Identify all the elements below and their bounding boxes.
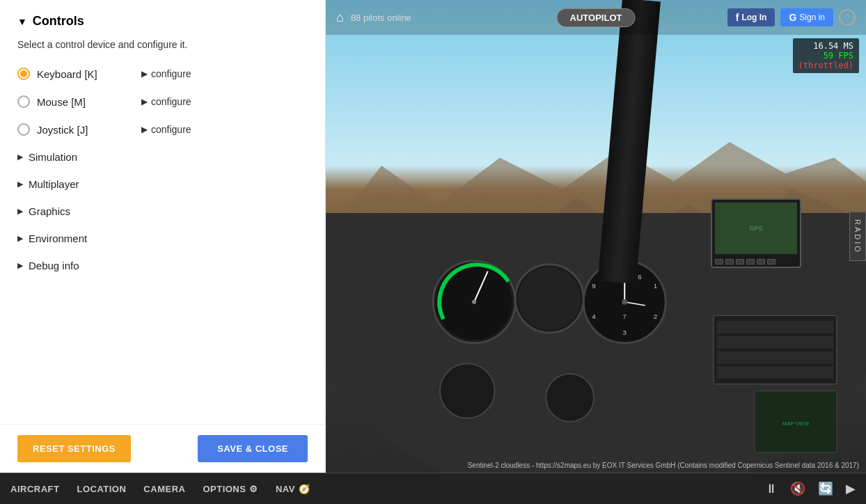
mouse-configure-label: configure [151, 96, 191, 107]
joystick-device-row: Joystick [J] ▶ configure [17, 123, 308, 136]
performance-stats: 16.54 MS 59 FPS (throttled) [793, 38, 859, 73]
top-bar-left: ⌂ 88 pilots online [336, 10, 411, 25]
nav-item-camera[interactable]: CAMERA [143, 484, 185, 494]
gps-btn-1[interactable] [715, 259, 723, 265]
gps-buttons-area [712, 257, 800, 267]
help-button[interactable]: ? [839, 9, 856, 26]
svg-rect-29 [717, 366, 833, 379]
svg-point-24 [546, 374, 594, 422]
home-icon[interactable]: ⌂ [336, 10, 344, 25]
mute-button[interactable]: 🔇 [790, 481, 805, 496]
google-signin-label: Sign in [799, 13, 825, 22]
mouse-device-row: Mouse [M] ▶ configure [17, 95, 308, 108]
debug-label: Debug info [29, 260, 79, 271]
svg-text:1: 1 [654, 282, 657, 290]
top-bar-right: f Log In G Sign in ? [727, 8, 856, 26]
mouse-radio[interactable] [17, 95, 30, 108]
graphics-label: Graphics [29, 205, 70, 217]
gps-btn-2[interactable] [725, 259, 734, 265]
gps-screen-content: GPS [749, 225, 762, 232]
svg-text:7: 7 [623, 313, 627, 320]
left-content: ▼ Controls Select a control device and c… [0, 0, 325, 424]
svg-point-22 [622, 299, 627, 304]
keyboard-configure-label: configure [151, 68, 191, 79]
sidebar-item-debug[interactable]: ▶ Debug info [17, 260, 308, 271]
main-area: ▼ Controls Select a control device and c… [0, 0, 866, 473]
sidebar-item-multiplayer[interactable]: ▶ Multiplayer [17, 178, 308, 190]
left-panel: ▼ Controls Select a control device and c… [0, 0, 326, 473]
controls-section-header[interactable]: ▼ Controls [17, 14, 308, 29]
mouse-label: Mouse [M] [37, 96, 134, 108]
gps-btn-3[interactable] [736, 259, 744, 265]
gps-device: GPS [711, 198, 801, 268]
svg-rect-28 [717, 351, 833, 363]
multiplayer-arrow: ▶ [17, 180, 23, 189]
svg-rect-26 [717, 321, 833, 333]
keyboard-configure-btn[interactable]: ▶ configure [141, 68, 191, 79]
play-button[interactable]: ▶ [846, 481, 856, 496]
facebook-login-button[interactable]: f Log In [727, 8, 776, 26]
nav-controls: ⏸ 🔇 🔄 ▶ [765, 481, 856, 496]
controls-collapse-arrow: ▼ [17, 16, 27, 27]
sidebar-item-environment[interactable]: ▶ Environment [17, 233, 308, 244]
sidebar-item-simulation[interactable]: ▶ Simulation [17, 151, 308, 163]
sim-view-panel: 5 1 2 3 4 9 8 6 7 [326, 0, 866, 473]
top-bar: ⌂ 88 pilots online AUTOPILOT f Log In G … [326, 0, 866, 35]
facebook-login-label: Log In [741, 13, 766, 22]
svg-text:3: 3 [623, 328, 627, 336]
environment-label: Environment [29, 233, 87, 244]
svg-point-9 [518, 267, 581, 329]
left-panel-buttons: RESET SETTINGS SAVE & CLOSE [0, 424, 325, 473]
nav-item-options[interactable]: OPTIONS ⚙ [203, 484, 258, 494]
joystick-configure-btn[interactable]: ▶ configure [141, 124, 191, 135]
environment-arrow: ▶ [17, 234, 23, 243]
gps-btn-5[interactable] [757, 259, 765, 265]
gps-btn-6[interactable] [767, 259, 776, 265]
keyboard-radio[interactable] [17, 68, 30, 80]
autopilot-button[interactable]: AUTOPILOT [557, 8, 636, 27]
simulation-arrow: ▶ [17, 152, 23, 162]
perf-fps: 59 FPS [798, 51, 853, 61]
controls-title-text: Controls [33, 14, 84, 29]
nav-item-nav[interactable]: NAV 🧭 [276, 484, 310, 494]
nav-item-aircraft[interactable]: AIRCRAFT [10, 484, 59, 494]
perf-ms: 16.54 MS [798, 41, 853, 51]
svg-point-23 [440, 363, 495, 418]
simulation-label: Simulation [29, 151, 77, 163]
graphics-arrow: ▶ [17, 207, 23, 216]
multiplayer-label: Multiplayer [29, 178, 79, 190]
pause-button[interactable]: ⏸ [765, 482, 778, 496]
google-icon: G [789, 12, 796, 23]
svg-text:MAP VIEW: MAP VIEW [782, 420, 810, 426]
google-signin-button[interactable]: G Sign in [780, 8, 833, 26]
mouse-configure-arrow: ▶ [141, 97, 148, 107]
sidebar-item-graphics[interactable]: ▶ Graphics [17, 205, 308, 217]
mouse-configure-btn[interactable]: ▶ configure [141, 96, 191, 107]
svg-rect-27 [717, 336, 833, 348]
gps-screen: GPS [715, 203, 797, 254]
svg-text:6: 6 [638, 273, 642, 281]
svg-text:2: 2 [654, 313, 657, 320]
bottom-navigation: AIRCRAFT LOCATION CAMERA OPTIONS ⚙ NAV 🧭… [0, 473, 866, 504]
radio-side-button[interactable]: RADIO [849, 212, 866, 262]
reset-settings-button[interactable]: RESET SETTINGS [17, 435, 131, 462]
controls-subtitle: Select a control device and configure it… [17, 39, 308, 50]
pilots-online: 88 pilots online [351, 13, 411, 23]
joystick-configure-label: configure [151, 124, 191, 135]
options-gear-icon: ⚙ [249, 484, 258, 494]
joystick-configure-arrow: ▶ [141, 125, 148, 134]
keyboard-configure-arrow: ▶ [141, 69, 148, 79]
joystick-radio[interactable] [17, 123, 30, 136]
attribution-text: Sentinel-2 cloudless - https://s2maps.eu… [468, 462, 859, 469]
reset-view-button[interactable]: 🔄 [818, 481, 833, 496]
save-close-button[interactable]: SAVE & CLOSE [198, 435, 308, 462]
joystick-label: Joystick [J] [37, 124, 134, 136]
svg-point-7 [472, 299, 476, 304]
debug-arrow: ▶ [17, 261, 23, 270]
keyboard-device-row: Keyboard [K] ▶ configure [17, 68, 308, 80]
nav-item-location[interactable]: LOCATION [77, 484, 126, 494]
gps-btn-4[interactable] [746, 259, 755, 265]
nav-compass-icon: 🧭 [299, 484, 310, 494]
svg-text:9: 9 [592, 282, 595, 290]
perf-throttled: (throttled) [798, 61, 853, 70]
